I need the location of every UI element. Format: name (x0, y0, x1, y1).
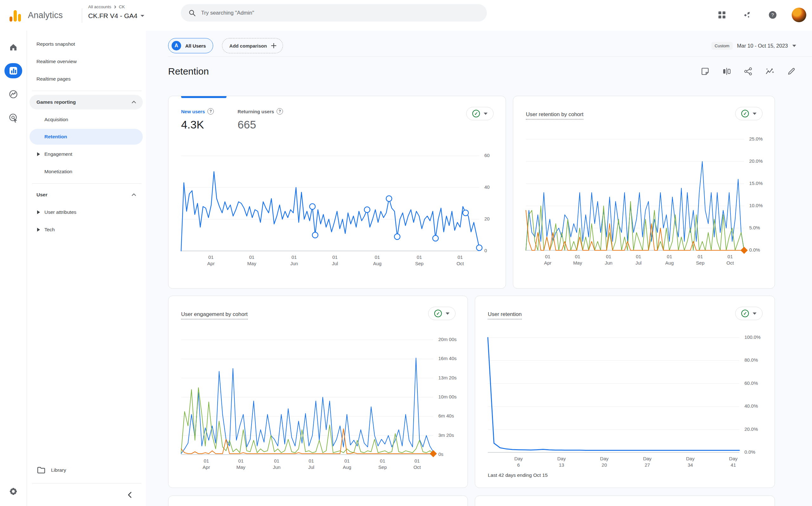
active-chart-tab-indicator[interactable] (181, 96, 227, 98)
x-tick-label: Day20 (594, 455, 615, 469)
svg-text:?: ? (772, 12, 774, 17)
breadcrumb-root[interactable]: All accounts (88, 4, 111, 9)
x-tick-label: 01Jun (283, 254, 305, 267)
user-retention-card: User retention ✓ 100.0%80.0%60.0%40.0%20… (475, 296, 775, 488)
explore-nav-button[interactable] (4, 87, 22, 102)
data-quality-dropdown[interactable]: ✓ (466, 107, 493, 120)
help-circle-icon[interactable]: ? (277, 108, 283, 114)
chevron-down-icon (446, 313, 449, 315)
diagnostics-grid-icon[interactable] (716, 9, 728, 21)
data-quality-dropdown[interactable]: ✓ (735, 307, 762, 320)
advertising-target-icon (9, 113, 18, 122)
card-title: User retention by cohort (526, 111, 583, 118)
chevron-down-icon (753, 113, 756, 115)
search-icon (188, 9, 196, 17)
search-bar[interactable] (181, 4, 487, 21)
sidebar-item-label: Realtime pages (36, 76, 71, 82)
sidebar-item-user-attributes[interactable]: User attributes (27, 203, 146, 221)
metric-value: 4.3K (181, 118, 214, 131)
metric-headers: New users ? 4.3K Returning users ? 665 (181, 108, 283, 131)
add-comparison-button[interactable]: Add comparison (222, 38, 283, 53)
x-tick-label: 01Apr (200, 254, 222, 267)
date-range-picker[interactable]: Custom Mar 10 - Oct 15, 2023 (711, 42, 796, 50)
section-games-reporting[interactable]: Games reporting (29, 95, 143, 109)
user-retention-by-cohort-card: User retention by cohort ✓ 25.0%20.0%15.… (513, 96, 775, 289)
sidebar-item-monetization[interactable]: Monetization (27, 163, 146, 180)
y-tick-label: 60.0% (744, 381, 758, 386)
all-users-segment-chip[interactable]: A All Users (168, 38, 213, 53)
x-tick-label: 01Sep (372, 458, 393, 471)
section-user[interactable]: User (29, 187, 143, 202)
plus-icon (271, 43, 277, 49)
share-icon[interactable] (743, 67, 753, 76)
page-title: Retention (168, 66, 209, 77)
user-retention-chart[interactable]: 100.0%80.0%60.0%40.0%20.0%0.0%Day6Day13D… (488, 332, 739, 452)
sidebar-item-retention-active[interactable]: Retention (29, 129, 143, 145)
insights-icon[interactable] (765, 67, 775, 76)
sidebar-item-tech[interactable]: Tech (27, 221, 146, 238)
y-tick-label: 3m 20s (438, 432, 454, 438)
admin-settings-button[interactable] (4, 484, 22, 499)
x-tick-label: 01Jul (628, 253, 649, 266)
y-tick-label: 0s (438, 451, 443, 457)
comparison-toolbar: A All Users Add comparison Custom Mar 10… (168, 38, 796, 53)
expand-triangle-icon (37, 210, 40, 214)
sidebar-item-label: User attributes (44, 209, 76, 215)
sidebar-item-reports-snapshot[interactable]: Reports snapshot (27, 35, 146, 53)
advertising-nav-button[interactable] (4, 110, 22, 125)
add-note-icon[interactable] (700, 67, 710, 76)
user-avatar[interactable] (792, 8, 806, 22)
breadcrumb-account[interactable]: CK (119, 4, 125, 9)
engagement-cohort-chart[interactable]: 20m 00s16m 40s13m 20s10m 00s6m 40s3m 20s… (181, 334, 433, 454)
metric-new-users[interactable]: New users ? 4.3K (181, 108, 214, 131)
chevron-down-icon (753, 313, 756, 315)
sidebar-item-realtime-overview[interactable]: Realtime overview (27, 53, 146, 70)
x-tick-label: 01Sep (409, 254, 430, 267)
x-tick-label: 01Apr (196, 458, 217, 471)
y-tick-label: 0.0% (749, 247, 760, 253)
sidebar-item-label: Library (51, 467, 66, 473)
segment-label: All Users (185, 43, 206, 49)
chevron-right-icon (113, 5, 117, 9)
data-quality-dropdown[interactable]: ✓ (735, 107, 762, 120)
sidebar-item-label: Reports snapshot (36, 41, 75, 47)
x-tick-label: Day41 (723, 455, 744, 469)
sidebar-item-label: Engagement (44, 151, 72, 157)
header-actions: ? (716, 8, 806, 22)
chevron-down-icon (792, 45, 796, 47)
home-nav-button[interactable] (4, 39, 22, 55)
edit-report-icon[interactable] (787, 67, 796, 76)
data-quality-dropdown[interactable]: ✓ (428, 307, 455, 320)
metric-value: 665 (238, 118, 283, 131)
status-ok-icon: ✓ (472, 110, 480, 117)
sidebar-item-library[interactable]: Library (27, 461, 146, 479)
sidebar-item-engagement[interactable]: Engagement (27, 145, 146, 163)
help-circle-icon[interactable]: ? (207, 108, 214, 114)
x-tick-label: 01Jun (266, 458, 287, 471)
collapse-sidebar-icon[interactable] (127, 491, 132, 498)
status-ok-icon: ✓ (434, 310, 442, 317)
reports-nav-button[interactable] (4, 63, 22, 78)
y-tick-label: 13m 20s (438, 375, 457, 381)
comparison-ab-icon[interactable] (722, 67, 731, 76)
help-icon[interactable]: ? (766, 9, 779, 21)
new-users-trend-chart[interactable]: 604020001Apr01May01Jun01Jul01Aug01Sep01O… (181, 149, 479, 251)
sidebar-item-acquisition[interactable]: Acquisition (27, 111, 146, 128)
sidebar-item-realtime-pages[interactable]: Realtime pages (27, 70, 146, 88)
left-rail (0, 31, 27, 506)
retention-cohort-chart[interactable]: 25.0%20.0%15.0%10.0%5.0%0.0%01Apr01May01… (526, 135, 744, 250)
metric-returning-users[interactable]: Returning users ? 665 (238, 108, 283, 131)
insights-sparkle-icon[interactable] (741, 9, 754, 21)
y-tick-label: 80.0% (744, 357, 758, 363)
x-tick-label: 01Jun (598, 253, 620, 266)
breadcrumb[interactable]: All accounts CK (88, 4, 125, 9)
analytics-home-link[interactable]: Analytics (7, 7, 63, 23)
x-tick-label: Day27 (637, 455, 658, 469)
sidebar-item-label: Realtime overview (36, 59, 77, 64)
y-tick-label: 60 (484, 153, 490, 158)
card-title: User retention (488, 311, 522, 318)
x-tick-label: 01May (567, 253, 589, 266)
search-input[interactable] (201, 10, 479, 16)
ga4-app: Analytics All accounts CK CK.FR V4 - GA4 (0, 0, 812, 506)
property-selector[interactable]: CK.FR V4 - GA4 (88, 12, 144, 20)
